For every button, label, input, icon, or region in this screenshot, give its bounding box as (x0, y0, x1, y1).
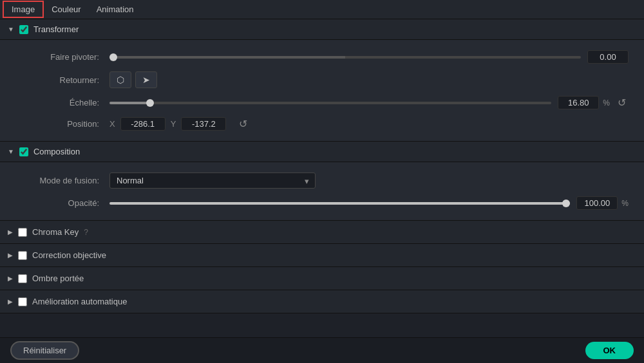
faire-pivoter-input[interactable] (587, 50, 629, 64)
main-content: ▼ Transformer Faire pivoter: Retourner: … (0, 19, 644, 337)
correction-objective-chevron: ▶ (8, 252, 13, 259)
ok-button[interactable]: OK (585, 342, 634, 359)
amelioration-automatique-title: Amélioration automatique (32, 297, 127, 306)
transformer-chevron: ▼ (8, 26, 14, 33)
chroma-key-checkbox[interactable] (18, 228, 27, 237)
ombre-portee-checkbox[interactable] (18, 274, 27, 283)
position-x-label: X (109, 119, 115, 129)
composition-chevron: ▼ (8, 148, 14, 155)
ombre-portee-section[interactable]: ▶ Ombre portée (0, 267, 644, 290)
flip-horizontal-button[interactable]: ➤ (135, 71, 157, 88)
echelle-input[interactable] (558, 96, 599, 109)
faire-pivoter-label: Faire pivoter: (15, 52, 99, 62)
opacite-label: Opacité: (15, 198, 99, 208)
opacite-unit: % (621, 199, 629, 208)
mode-fusion-select-wrapper: Normal Multiplication Écran Superpositio… (109, 172, 316, 189)
transformer-checkbox[interactable] (19, 25, 28, 34)
opacite-row: Opacité: % (0, 196, 644, 210)
position-row: Position: X Y ↺ (0, 117, 644, 131)
retourner-label: Retourner: (15, 75, 99, 85)
position-x-input[interactable] (120, 117, 166, 131)
menu-bar: Image Couleur Animation (0, 0, 644, 19)
position-label: Position: (15, 119, 99, 129)
opacite-slider[interactable] (109, 202, 570, 205)
faire-pivoter-row: Faire pivoter: (0, 50, 644, 64)
reinitialiser-button[interactable]: Réinitialiser (10, 341, 79, 360)
faire-pivoter-slider[interactable] (109, 56, 581, 59)
echelle-row: Échelle: % ↺ (0, 96, 644, 109)
correction-objective-title: Correction objective (32, 250, 106, 260)
amelioration-automatique-section[interactable]: ▶ Amélioration automatique (0, 290, 644, 313)
echelle-unit: % (603, 98, 610, 107)
ombre-portee-title: Ombre portée (32, 274, 84, 283)
faire-pivoter-slider-container (109, 56, 581, 59)
chroma-key-section[interactable]: ▶ Chroma Key ? (0, 221, 644, 244)
echelle-label: Échelle: (15, 98, 99, 107)
position-group: X Y ↺ (109, 117, 250, 131)
transformer-body: Faire pivoter: Retourner: ⬡ ➤ Échelle: %… (0, 40, 644, 142)
transformer-title: Transformer (33, 24, 79, 34)
position-reset-button[interactable]: ↺ (236, 118, 250, 130)
chroma-key-title: Chroma Key (32, 227, 79, 237)
composition-title: Composition (33, 147, 80, 156)
amelioration-automatique-checkbox[interactable] (18, 297, 27, 306)
echelle-reset-button[interactable]: ↺ (615, 97, 629, 109)
menu-item-image[interactable]: Image (3, 1, 44, 18)
menu-item-couleur[interactable]: Couleur (44, 2, 89, 17)
amelioration-automatique-chevron: ▶ (8, 298, 13, 305)
position-y-input[interactable] (181, 117, 226, 131)
mode-fusion-row: Mode de fusion: Normal Multiplication Éc… (0, 172, 644, 189)
opacite-slider-container (109, 202, 570, 205)
chroma-key-help-icon[interactable]: ? (84, 228, 88, 237)
mode-fusion-select[interactable]: Normal Multiplication Écran Superpositio… (109, 172, 316, 189)
chroma-key-chevron: ▶ (8, 228, 13, 236)
echelle-slider[interactable] (109, 102, 551, 104)
composition-body: Mode de fusion: Normal Multiplication Éc… (0, 162, 644, 221)
menu-item-animation[interactable]: Animation (89, 2, 142, 17)
transformer-section-header[interactable]: ▼ Transformer (0, 19, 644, 40)
echelle-slider-container (109, 102, 551, 104)
composition-section-header[interactable]: ▼ Composition (0, 142, 644, 162)
correction-objective-checkbox[interactable] (18, 251, 27, 260)
composition-checkbox[interactable] (19, 147, 28, 156)
opacite-input[interactable] (576, 196, 618, 210)
ombre-portee-chevron: ▶ (8, 275, 13, 282)
retourner-row: Retourner: ⬡ ➤ (0, 71, 644, 88)
correction-objective-section[interactable]: ▶ Correction objective (0, 244, 644, 267)
position-y-label: Y (171, 119, 176, 129)
flip-vertical-button[interactable]: ⬡ (109, 71, 131, 88)
footer: Réinitialiser OK (0, 337, 644, 363)
mode-fusion-label: Mode de fusion: (15, 176, 99, 185)
